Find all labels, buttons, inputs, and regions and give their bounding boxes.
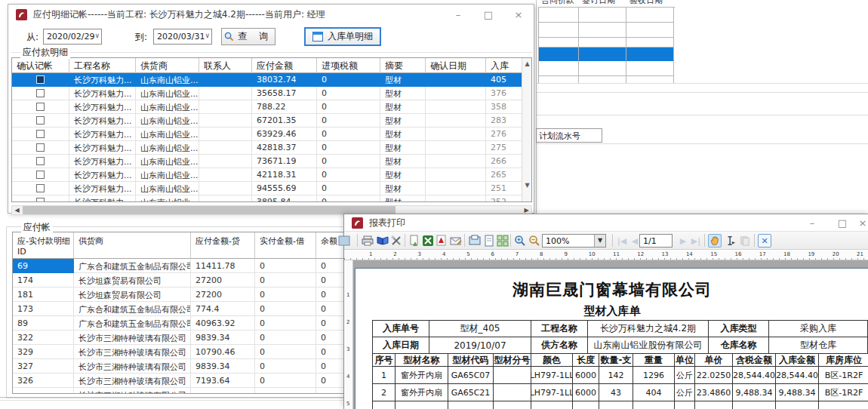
plan-serial-field[interactable]: 计划流水号 [536, 128, 602, 143]
title-bar[interactable]: 报表打印 – □ × [344, 214, 868, 231]
cell-project[interactable]: 长沙万科魅力... [69, 87, 136, 100]
column-header[interactable]: 供货商 [136, 58, 199, 73]
column-header[interactable]: 入库 [486, 58, 523, 73]
cell-amount[interactable]: 42118.31 [252, 168, 317, 182]
cell-summary[interactable]: 型材 [380, 73, 426, 87]
scroll-down-icon[interactable]: ▼ [522, 180, 532, 191]
cell-id[interactable]: 181 [13, 288, 74, 302]
cell-supplier[interactable]: 长沙市三湘特种玻璃有限公司 [74, 359, 191, 374]
cell-tax[interactable]: 0 [317, 195, 380, 202]
cell-contact[interactable] [199, 114, 252, 128]
scroll-left-icon[interactable]: ◀ [12, 206, 22, 214]
cell-balance[interactable]: 0 [316, 374, 344, 388]
cell-project[interactable]: 长沙万科魅力... [69, 182, 136, 195]
zoom-out-icon[interactable] [528, 234, 541, 248]
cell-confirm-date[interactable] [426, 182, 486, 195]
column-header[interactable]: 确认记帐 [12, 58, 69, 73]
table-row[interactable]: 长沙万科魅力... 山东南山铝业... 73671.19 0 型材 266 [12, 155, 531, 168]
cell-balance[interactable]: 0 [316, 316, 344, 331]
cell-supplier[interactable]: 长沙市三湘特种玻璃有限公司 [74, 331, 191, 345]
cell-confirm-date[interactable] [426, 73, 486, 87]
cell-balance[interactable]: 0 [316, 331, 344, 345]
selected-empty-row[interactable] [539, 48, 675, 61]
cell-supplier[interactable]: 山东南山铝业... [136, 182, 199, 195]
table-row[interactable]: 326 长沙市三湘特种玻璃有限公司 7193.64 0 0 [13, 374, 343, 388]
cell-debit[interactable]: 0 [255, 359, 316, 374]
cell-balance[interactable] [316, 388, 344, 394]
cell-summary[interactable]: 型材 [380, 168, 426, 182]
cell-tax[interactable]: 0 [317, 73, 380, 87]
cell-project[interactable]: 长沙万科魅力... [69, 155, 136, 168]
contract-table[interactable] [538, 7, 675, 83]
table-row[interactable]: 329 长沙市三湘特种玻璃有限公司 10790.46 0 0 [13, 345, 343, 359]
cell-balance[interactable]: 0 [316, 273, 344, 288]
cell-supplier[interactable]: 山东南山铝业... [136, 128, 199, 141]
cell-summary[interactable]: 型材 [380, 195, 426, 202]
cell-inbound-no[interactable]: 275 [486, 141, 523, 155]
cell-confirm-date[interactable] [426, 195, 486, 202]
cell-inbound-no[interactable]: 276 [486, 128, 523, 141]
cell-confirm-date[interactable] [426, 87, 486, 100]
cell-contact[interactable] [199, 87, 252, 100]
zoom-in-icon[interactable] [513, 234, 527, 248]
cell-amount[interactable]: 788.22 [252, 100, 317, 114]
cell-supplier[interactable]: 山东南山铝业... [136, 155, 199, 168]
cell-contact[interactable] [199, 168, 252, 182]
cell-project[interactable]: 长沙万科魅力... [69, 195, 136, 202]
table-row[interactable]: 长沙市三湘特种玻璃有限公司 [13, 388, 343, 394]
cell-supplier[interactable]: 长沙市三湘特种玻璃有限公司 [74, 345, 191, 359]
cell-confirm-date[interactable] [426, 114, 486, 128]
cell-summary[interactable]: 型材 [380, 141, 426, 155]
cell-inbound-no[interactable]: 358 [486, 100, 523, 114]
scroll-up-icon[interactable]: ▲ [522, 59, 532, 69]
cell-tax[interactable]: 0 [317, 100, 380, 114]
cell-project[interactable]: 长沙万科魅力... [69, 100, 136, 114]
vertical-scrollbar[interactable]: ▲ ▼ [522, 58, 531, 201]
cell-contact[interactable] [199, 155, 252, 168]
chevron-down-icon[interactable]: ∨ [205, 32, 210, 39]
cell-contact[interactable] [199, 73, 252, 87]
cell-supplier[interactable]: 山东南山铝业... [136, 73, 199, 87]
cell-id[interactable] [13, 388, 74, 394]
from-date-select[interactable]: 2020/02/29 ∨ [43, 29, 102, 45]
cell-id[interactable]: 173 [13, 302, 74, 316]
title-bar[interactable]: 应付明细记帐------当前工程: 长沙万科魅力之城4.2期------当前用户… [8, 5, 534, 24]
cell-tax[interactable]: 0 [317, 87, 380, 100]
table-row[interactable]: 长沙万科魅力... 山东南山铝业... 42818.37 0 型材 275 [12, 141, 531, 155]
cell-credit[interactable]: 11411.78 [191, 259, 255, 273]
cell-credit[interactable]: 9839.34 [191, 359, 255, 374]
page-number-input[interactable]: 1/1 [639, 234, 673, 248]
table-header-row[interactable]: 应-实付款明细ID 供货商 应付金额-贷 实付金额-借 余额 [13, 232, 343, 259]
table-row[interactable]: 长沙万科魅力... 山东南山铝业... 3895.84 0 型材 252 [12, 195, 531, 202]
cell-balance[interactable]: 0 [316, 302, 344, 316]
cell-inbound-no[interactable]: 283 [486, 114, 523, 128]
column-header[interactable]: 摘要 [380, 58, 426, 73]
cell-supplier[interactable]: 山东南山铝业... [136, 195, 199, 202]
cell-amount[interactable]: 35658.17 [252, 87, 317, 100]
cell-summary[interactable]: 型材 [380, 155, 426, 168]
cell-credit[interactable]: 9839.34 [191, 331, 255, 345]
cell-tax[interactable]: 0 [317, 155, 380, 168]
cell-debit[interactable] [255, 388, 316, 394]
cell-debit[interactable]: 0 [255, 259, 316, 273]
cell-inbound-no[interactable]: 265 [486, 168, 523, 182]
cell-summary[interactable]: 型材 [380, 114, 426, 128]
cell-debit[interactable]: 0 [255, 302, 316, 316]
cell-tax[interactable]: 0 [317, 141, 380, 155]
excel-export-icon[interactable] [421, 234, 435, 248]
table-row[interactable]: 69 广东合和建筑五金制品有限公司 11411.78 0 0 [13, 259, 343, 273]
cell-project[interactable]: 长沙万科魅力... [69, 168, 136, 182]
confirm-checkbox[interactable] [12, 114, 69, 128]
chevron-down-icon[interactable]: ▼ [594, 235, 605, 247]
cell-credit[interactable]: 10790.46 [191, 345, 255, 359]
single-page-icon[interactable] [482, 234, 496, 248]
cell-balance[interactable]: 0 [316, 288, 344, 302]
cell-supplier[interactable]: 山东南山铝业... [136, 141, 199, 155]
print-layout-icon[interactable] [468, 234, 482, 248]
table-row[interactable]: 长沙万科魅力... 山东南山铝业... 788.22 0 型材 358 [12, 100, 531, 114]
next-page-icon[interactable]: ▶ [676, 234, 690, 248]
cell-balance[interactable]: 0 [316, 259, 344, 273]
column-header[interactable]: 进项税额 [317, 58, 380, 73]
cell-summary[interactable]: 型材 [380, 182, 426, 195]
close-preview-icon[interactable]: ✕ [758, 234, 771, 248]
